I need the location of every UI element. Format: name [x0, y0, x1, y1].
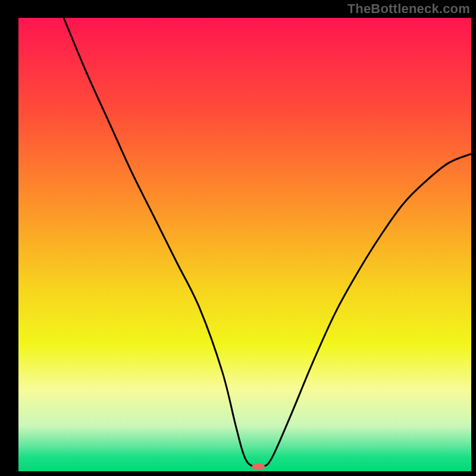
chart-frame: TheBottleneck.com	[0, 0, 476, 476]
optimal-point-marker	[252, 463, 265, 470]
plot-background	[18, 18, 471, 471]
watermark-text: TheBottleneck.com	[347, 1, 470, 17]
bottleneck-chart	[0, 0, 476, 476]
